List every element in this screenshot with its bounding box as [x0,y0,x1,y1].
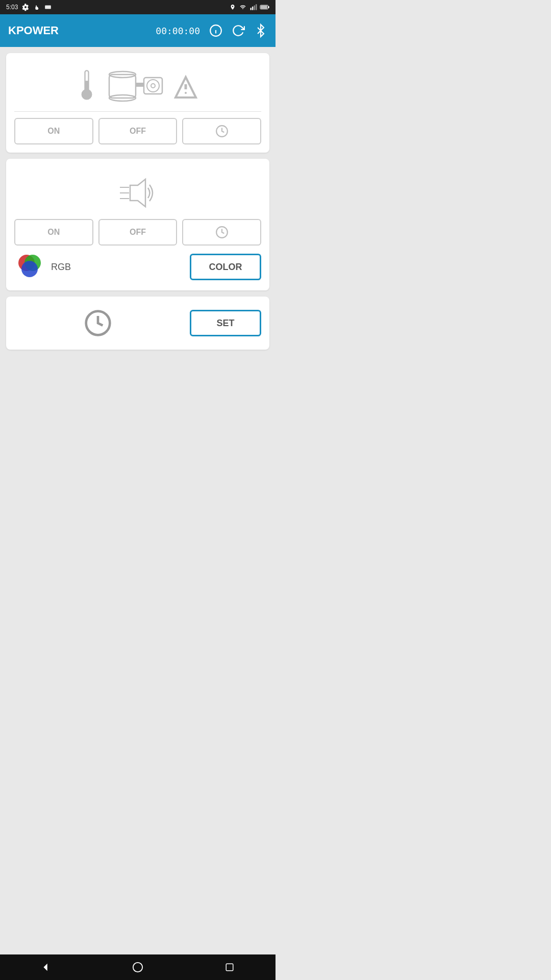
app-title: KPOWER [8,24,156,37]
card2-buttons-row: ON OFF [14,219,261,246]
card1-icons-row [14,61,261,109]
card-set-timer: SET [6,297,269,350]
clock-icon-card1 [215,125,229,138]
rgb-circles-icon [14,252,45,282]
thermometer-icon [78,69,96,105]
svg-point-19 [147,80,159,92]
main-content: ON OFF [0,47,276,356]
app-bar: KPOWER 00:00:00 [0,14,276,47]
color-button[interactable]: COLOR [190,254,261,280]
status-time: 5:03 [6,4,18,11]
card1-timer-button[interactable] [182,118,261,144]
svg-rect-17 [136,83,144,87]
wifi-icon [239,4,247,10]
svg-rect-6 [268,6,269,8]
set-row: SET [14,305,261,341]
svg-marker-25 [130,179,145,207]
hand-icon [33,4,40,11]
status-left: 5:03 [6,4,52,11]
svg-rect-0 [45,6,52,9]
card-audio-rgb: ON OFF RGB COLOR [6,159,269,290]
svg-point-23 [185,92,187,94]
pump-icon [104,69,165,105]
battery-icon [260,4,269,10]
card2-off-button[interactable]: OFF [98,219,178,246]
svg-rect-7 [261,6,267,9]
card1-on-button[interactable]: ON [14,118,93,144]
status-bar: 5:03 [0,0,276,14]
location-icon [230,4,236,11]
info-icon[interactable] [209,24,222,37]
svg-point-20 [151,84,155,88]
app-bar-actions: 00:00:00 [156,24,267,37]
svg-rect-1 [251,8,252,10]
warning-icon [173,75,198,100]
svg-rect-4 [256,4,257,10]
clock-icon-wrap [14,309,182,337]
timer-display: 00:00:00 [156,26,200,36]
status-right [230,4,269,11]
clock-icon-large [84,309,112,337]
svg-rect-13 [86,81,88,93]
card2-on-button[interactable]: ON [14,219,93,246]
card2-timer-button[interactable] [182,219,261,246]
refresh-icon[interactable] [232,24,245,37]
card1-buttons-row: ON OFF [14,118,261,144]
card1-off-button[interactable]: OFF [98,118,178,144]
rgb-label: RGB [51,262,184,273]
settings-icon [22,4,29,11]
svg-rect-3 [254,6,255,10]
speaker-row [14,167,261,215]
speaker-icon [115,175,161,211]
rgb-row: RGB COLOR [14,252,261,282]
clock-icon-card2 [215,226,229,239]
set-button[interactable]: SET [190,310,261,336]
card-pump-temperature: ON OFF [6,53,269,153]
memory-icon [44,4,52,11]
svg-rect-2 [252,7,253,10]
bluetooth-icon[interactable] [254,24,267,37]
signal-icon [250,4,257,11]
